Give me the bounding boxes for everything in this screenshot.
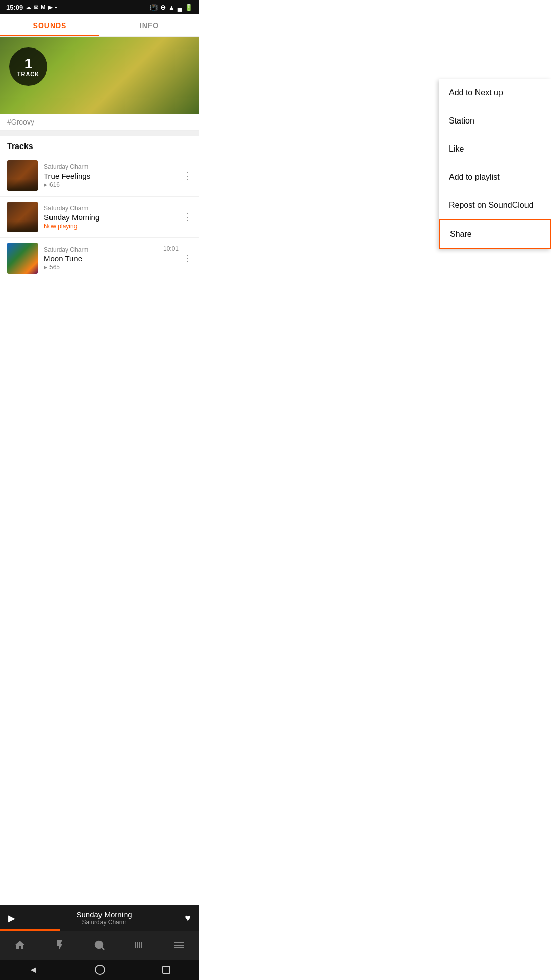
- nav-library[interactable]: [128, 934, 151, 957]
- soundcloud-icon: ☁: [26, 4, 31, 11]
- track-artist-1: Saturday Charm: [44, 163, 192, 170]
- dot-icon: •: [55, 4, 57, 10]
- sys-home[interactable]: [95, 965, 105, 975]
- svg-point-0: [95, 941, 103, 948]
- status-left: 15:09 ☁ ✉ M ▶ •: [6, 4, 57, 11]
- status-time: 15:09: [6, 4, 23, 11]
- play-triangle-icon: ▶: [44, 182, 47, 187]
- tagline: #Groovy: [0, 114, 199, 131]
- tracks-heading: Tracks: [0, 136, 199, 155]
- signal-icon: ▄: [178, 4, 182, 11]
- track-plays-3: ▶ 565: [44, 264, 192, 271]
- now-playing-label: Now playing: [44, 223, 192, 230]
- play-button-bar[interactable]: ▶: [8, 913, 15, 924]
- sys-recents[interactable]: [162, 966, 170, 974]
- play-icon: ▶: [48, 4, 52, 11]
- more-button-2[interactable]: ⋮: [181, 209, 194, 225]
- now-playing-bar: ▶ Sunday Morning Saturday Charm ♥: [0, 905, 199, 931]
- play-triangle-icon-3: ▶: [44, 265, 47, 270]
- tabs-bar: SOUNDS INFO: [0, 14, 199, 37]
- track-plays-1: ▶ 616: [44, 181, 192, 188]
- status-bar: 15:09 ☁ ✉ M ▶ • 📳 ⊖ ▲ ▄ 🔋: [0, 0, 199, 14]
- heart-button[interactable]: ♥: [185, 912, 191, 924]
- nav-search[interactable]: [88, 934, 111, 957]
- medium-icon: M: [41, 4, 45, 10]
- track-thumbnail-2: [7, 202, 38, 232]
- np-artist: Saturday Charm: [23, 919, 185, 926]
- track-title-3: Moon Tune: [44, 254, 192, 263]
- sys-back[interactable]: ◄: [29, 965, 38, 975]
- plays-count-1: 616: [49, 181, 60, 188]
- tab-info[interactable]: INFO: [99, 14, 199, 36]
- track-artist-2: Saturday Charm: [44, 205, 192, 212]
- np-title: Sunday Morning: [23, 910, 185, 919]
- nav-lightning[interactable]: [48, 934, 71, 957]
- gmail-icon: ✉: [34, 4, 38, 11]
- track-count: 1: [24, 57, 33, 71]
- track-thumbnail-3: [7, 243, 38, 274]
- status-right: 📳 ⊖ ▲ ▄ 🔋: [149, 4, 193, 11]
- track-thumbnail-1: [7, 160, 38, 191]
- system-nav: ◄: [0, 960, 199, 980]
- track-item-2[interactable]: Saturday Charm Sunday Morning Now playin…: [0, 197, 199, 238]
- hero-image: 1 TRACK: [0, 37, 199, 114]
- nav-home[interactable]: [9, 934, 31, 957]
- wifi-icon: ▲: [168, 4, 175, 11]
- track-badge: 1 TRACK: [9, 47, 47, 86]
- vibrate-icon: 📳: [149, 4, 158, 11]
- track-item[interactable]: Saturday Charm True Feelings ▶ 616 ⋮: [0, 155, 199, 197]
- battery-icon: 🔋: [185, 4, 193, 11]
- svg-line-1: [102, 948, 105, 950]
- track-info-1: Saturday Charm True Feelings ▶ 616: [44, 163, 192, 188]
- minus-icon: ⊖: [160, 4, 166, 11]
- bottom-nav: [0, 931, 199, 960]
- track-item-3[interactable]: Saturday Charm Moon Tune ▶ 565 10:01 ⋮: [0, 238, 199, 279]
- more-button-3[interactable]: ⋮: [181, 251, 194, 266]
- track-info-2: Saturday Charm Sunday Morning Now playin…: [44, 205, 192, 230]
- track-label: TRACK: [17, 71, 40, 77]
- section-divider: [0, 131, 199, 136]
- now-playing-info: Sunday Morning Saturday Charm: [23, 910, 185, 926]
- plays-count-3: 565: [49, 264, 60, 271]
- nav-menu[interactable]: [168, 934, 190, 957]
- track-title-1: True Feelings: [44, 172, 192, 180]
- track-title-2: Sunday Morning: [44, 213, 192, 222]
- tab-sounds[interactable]: SOUNDS: [0, 14, 99, 36]
- track-duration-3: 10:01: [163, 245, 179, 252]
- more-button-1[interactable]: ⋮: [181, 168, 194, 183]
